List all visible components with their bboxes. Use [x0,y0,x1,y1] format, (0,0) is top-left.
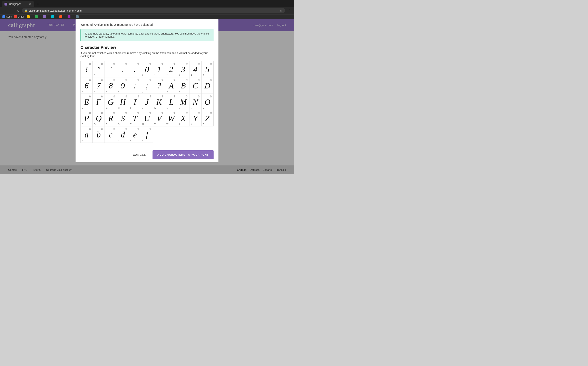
char-glyph-,: , [122,65,124,74]
trash-icon-2[interactable]: 🗑 [173,62,176,65]
bookmark-star-icon[interactable]: ☆ [280,9,283,12]
bookmark-7[interactable]: ··· [76,15,82,18]
trash-icon-Z[interactable]: 🗑 [210,111,212,114]
trash-icon-c[interactable]: 🗑 [113,128,116,130]
trash-icon-X[interactable]: 🗑 [186,111,188,114]
character-grid: 🗑!!🗑""🗑''🗑,,🗑..🗑00🗑11🗑22🗑33🗑44🗑55🗑66🗑77🗑… [80,61,214,143]
bookmark3-icon [43,15,46,18]
trash-icon-R[interactable]: 🗑 [113,111,116,114]
reload-button[interactable]: ↻ [15,8,20,13]
char-glyph-C: C [193,82,198,90]
trash-icon-L[interactable]: 🗑 [173,95,176,98]
trash-icon-J[interactable]: 🗑 [149,95,152,98]
char-cell-?: 🗑?? [153,77,165,94]
bookmark-3[interactable]: ··· [43,15,49,18]
trash-icon-;[interactable]: 🗑 [149,79,152,82]
active-tab[interactable]: Calligraphr ✕ [2,1,34,7]
char-glyph-a: a [84,130,89,139]
bookmark-apps[interactable]: Apps [2,15,12,18]
char-cell-.: 🗑.. [129,61,141,77]
trash-icon-T[interactable]: 🗑 [137,111,140,114]
trash-icon-9[interactable]: 🗑 [125,79,128,82]
char-label-0: 0 [142,74,143,76]
trash-icon-B[interactable]: 🗑 [186,79,188,82]
char-cell-O: 🗑OO [202,94,214,110]
trash-icon-0[interactable]: 🗑 [149,62,152,65]
character-preview-modal: We found 70 glyphs in the 2 image(s) you… [75,19,219,162]
trash-icon-4[interactable]: 🗑 [198,62,200,65]
char-label-;: ; [142,91,143,93]
trash-icon-![interactable]: 🗑 [89,62,91,65]
char-glyph-D: D [204,82,210,90]
char-glyph-Z: Z [205,114,210,123]
trash-icon-A[interactable]: 🗑 [173,79,176,82]
char-glyph-F: F [96,98,101,107]
char-glyph-H: H [120,98,126,107]
trash-icon-1[interactable]: 🗑 [161,62,164,65]
trash-icon-.[interactable]: 🗑 [137,62,140,65]
menu-icon[interactable]: ⋮ [287,8,292,13]
char-cell-U: 🗑UU [141,110,153,126]
url-bar[interactable]: 🔒 calligraphr.com/en/webapp/app_home/?fo… [22,8,285,13]
trash-icon-"[interactable]: 🗑 [101,62,103,65]
char-label-H: H [118,107,120,109]
trash-icon-6[interactable]: 🗑 [89,79,91,82]
char-label-b: b [94,139,95,142]
char-glyph-e: e [133,130,137,139]
trash-icon-?[interactable]: 🗑 [161,79,164,82]
char-label-R: R [106,123,107,125]
bookmark-4[interactable]: ··· [51,15,57,18]
bookmark-5[interactable]: ··· [60,15,65,18]
char-cell-H: 🗑HH [117,94,129,110]
char-label-2: 2 [166,74,168,76]
trash-icon-I[interactable]: 🗑 [137,95,140,98]
bookmark5-label: ··· [63,15,65,18]
char-label-": " [94,74,95,76]
char-cell-F: 🗑FF [93,94,105,110]
char-label-6: 6 [82,91,83,93]
tab-close-button[interactable]: ✕ [28,2,31,6]
char-glyph-W: W [168,114,174,123]
trash-icon-Y[interactable]: 🗑 [198,111,200,114]
bookmark-gmail[interactable]: Gmail [14,15,24,18]
char-cell-2: 🗑22 [165,61,177,77]
char-label-Y: Y [191,123,192,125]
trash-icon-P[interactable]: 🗑 [89,111,91,114]
bookmark-6[interactable]: ··· [68,15,73,18]
char-label-K: K [154,107,156,109]
trash-icon-,[interactable]: 🗑 [125,62,128,65]
bookmark-1[interactable]: ··· [27,15,32,18]
trash-icon-8[interactable]: 🗑 [113,79,116,82]
forward-button[interactable]: → [9,8,14,13]
char-cell-c: 🗑cc [105,126,117,143]
modal-footer: CANCEL ADD CHARACTERS TO YOUR FONT [75,147,219,162]
trash-icon-d[interactable]: 🗑 [125,128,128,130]
back-button[interactable]: ← [2,8,7,13]
trash-icon-F[interactable]: 🗑 [101,95,103,98]
bookmark2-icon [35,15,38,18]
trash-icon-:[interactable]: 🗑 [137,79,140,82]
trash-icon-V[interactable]: 🗑 [161,111,164,114]
char-glyph-8: 8 [109,82,113,90]
char-glyph-S: S [121,114,125,123]
char-label-3: 3 [178,74,180,76]
trash-icon-5[interactable]: 🗑 [210,62,212,65]
trash-icon-S[interactable]: 🗑 [125,111,128,114]
new-tab-button[interactable]: + [35,1,41,7]
add-characters-button[interactable]: ADD CHARACTERS TO YOUR FONT [152,150,214,159]
char-glyph-U: U [144,114,150,123]
trash-icon-3[interactable]: 🗑 [186,62,188,65]
cancel-button[interactable]: CANCEL [129,151,150,159]
trash-icon-'[interactable]: 🗑 [113,62,116,65]
char-glyph-N: N [193,98,198,107]
trash-icon-E[interactable]: 🗑 [89,95,91,98]
char-glyph-V: V [157,114,161,123]
trash-icon-f[interactable]: 🗑 [149,128,152,130]
bookmark7-icon [76,15,79,18]
section-desc: If you are not satisfied with a characte… [80,52,214,58]
trash-icon-b[interactable]: 🗑 [101,128,103,130]
trash-icon-7[interactable]: 🗑 [101,79,103,82]
bookmark-2[interactable]: ··· [35,15,41,18]
trash-icon-a[interactable]: 🗑 [89,128,91,130]
trash-icon-e[interactable]: 🗑 [137,128,140,130]
